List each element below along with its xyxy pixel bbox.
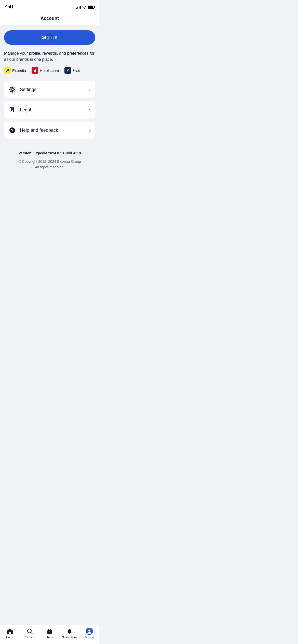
copyright-text: © Copyright 2012–2024 Expedia GroupAll r… [8,159,91,170]
main-content: Sign in Manage your profile, rewards, an… [0,25,99,185]
settings-left: Settings [9,86,36,93]
help-icon: ? [9,127,16,134]
svg-point-4 [11,89,13,91]
svg-rect-1 [35,69,36,72]
settings-label: Settings [20,87,36,92]
legal-chevron-icon: › [89,107,91,113]
description-text: Manage your profile, rewards, and prefer… [4,50,95,63]
hotels-label: Hotels.com [40,68,59,73]
legal-left: Legal [9,106,31,113]
menu-list: Settings › Legal › [4,81,95,139]
btn-dot-decoration [46,33,53,40]
brand-expedia: Expedia [4,67,26,74]
svg-rect-0 [34,70,35,72]
signal-bars-icon [76,6,81,9]
status-bar: 9:41 [0,0,99,13]
footer: Version: Expedia 2024.8.1 Build 4119 © C… [4,146,95,180]
legal-menu-item[interactable]: Legal › [4,101,95,119]
vrbo-logo-icon: V [64,67,71,74]
brands-row: Expedia Hotels.com V Vrbo [4,67,95,74]
gear-icon [9,86,16,93]
vrbo-label: Vrbo [73,68,80,73]
brand-hotels: Hotels.com [32,67,59,74]
legal-label: Legal [20,107,31,113]
brand-vrbo: V Vrbo [64,67,80,74]
legal-icon [9,106,16,113]
settings-menu-item[interactable]: Settings › [4,81,95,98]
status-time: 9:41 [5,5,13,10]
page-header: Account [0,13,99,25]
help-chevron-icon: › [89,128,91,133]
help-left: ? Help and feedback [9,127,58,134]
settings-chevron-icon: › [89,87,91,92]
version-text: Version: Expedia 2024.8.1 Build 4119 [8,151,91,155]
page-title: Account [40,16,59,21]
expedia-label: Expedia [12,68,26,73]
battery-icon [88,6,94,9]
svg-text:?: ? [11,128,13,132]
expedia-logo-icon [4,67,11,74]
wifi-icon [82,6,86,9]
help-label: Help and feedback [20,128,58,133]
signin-button[interactable]: Sign in [4,30,95,45]
svg-rect-2 [33,72,37,72]
status-icons [76,6,94,9]
hotels-logo-icon [32,67,38,74]
help-menu-item[interactable]: ? Help and feedback › [4,122,95,139]
